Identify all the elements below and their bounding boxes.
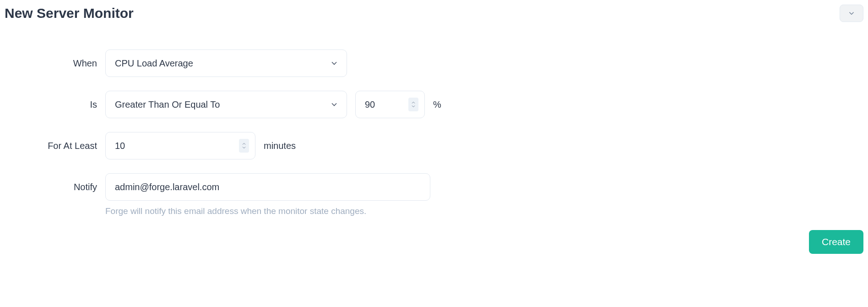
notify-input-col	[105, 173, 430, 201]
duration-unit: minutes	[264, 141, 296, 151]
threshold-unit: %	[433, 99, 441, 110]
for-at-least-label: For At Least	[5, 141, 105, 151]
create-button[interactable]: Create	[809, 230, 863, 254]
notify-email-input[interactable]	[105, 173, 430, 201]
is-label: Is	[5, 99, 105, 110]
is-input-col: %	[105, 91, 441, 118]
chevron-up-icon	[411, 101, 416, 104]
duration-wrapper	[105, 132, 255, 159]
duration-stepper[interactable]	[239, 139, 249, 153]
chevron-down-icon	[241, 146, 247, 149]
threshold-wrapper	[355, 91, 425, 118]
for-at-least-input-col: minutes	[105, 132, 296, 159]
chevron-up-icon	[241, 142, 247, 146]
when-row: When	[5, 49, 863, 77]
is-select[interactable]	[105, 91, 347, 118]
is-select-wrapper	[105, 91, 347, 118]
for-at-least-row: For At Least minutes	[5, 132, 863, 159]
notify-helper-text: Forge will notify this email address whe…	[105, 206, 863, 216]
is-row: Is %	[5, 91, 863, 118]
when-select[interactable]	[105, 49, 347, 77]
threshold-stepper[interactable]	[408, 98, 418, 111]
notify-label: Notify	[5, 182, 105, 192]
chevron-down-icon	[411, 104, 416, 108]
notify-row: Notify	[5, 173, 863, 201]
page-title: New Server Monitor	[5, 5, 134, 21]
header-row: New Server Monitor	[5, 5, 863, 22]
chevron-down-icon	[847, 9, 856, 17]
collapse-button[interactable]	[840, 5, 863, 22]
when-label: When	[5, 58, 105, 69]
footer-row: Create	[5, 230, 863, 254]
when-input-col	[105, 49, 347, 77]
duration-input[interactable]	[105, 132, 255, 159]
when-select-wrapper	[105, 49, 347, 77]
